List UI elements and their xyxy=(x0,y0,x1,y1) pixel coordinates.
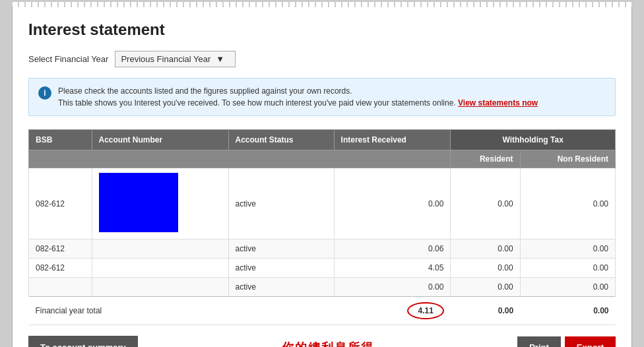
redacted-block xyxy=(99,173,178,232)
table-header-sub: Resident Non Resident xyxy=(29,150,616,168)
info-icon: i xyxy=(38,86,51,100)
account-cell xyxy=(92,259,228,278)
col-interest-header: Interest Received xyxy=(334,130,451,150)
financial-year-select[interactable]: Previous Financial Year ▼ xyxy=(115,51,236,67)
non-resident-cell: 0.00 xyxy=(520,259,615,278)
non-resident-cell: 0.00 xyxy=(520,168,615,239)
bsb-cell: 082-612 xyxy=(29,168,92,239)
info-text-line2: This table shows you Interest you've rec… xyxy=(58,98,456,108)
status-cell: active xyxy=(228,259,334,278)
info-box: i Please check the accounts listed and t… xyxy=(28,78,616,116)
total-resident-value: 0.00 xyxy=(451,297,520,325)
bsb-cell xyxy=(29,278,92,297)
total-spacer xyxy=(228,297,334,325)
export-button[interactable]: Export xyxy=(565,336,616,347)
table-row: 082-612 active 4.05 0.00 0.00 xyxy=(29,259,616,278)
table-row: 082-612 active 0.00 0.00 0.00 xyxy=(29,168,616,239)
table-row: active 0.00 0.00 0.00 xyxy=(29,278,616,297)
total-row: Financial year total 4.11 0.00 0.00 xyxy=(29,297,616,325)
page-container: Interest statement Select Financial Year… xyxy=(12,7,632,347)
account-cell xyxy=(92,239,228,259)
sub-spacer xyxy=(29,150,451,168)
bsb-cell: 082-612 xyxy=(29,259,92,278)
info-text-line1: Please check the accounts listed and the… xyxy=(58,86,352,96)
non-resident-cell: 0.00 xyxy=(520,239,615,259)
total-label: Financial year total xyxy=(29,297,229,325)
interest-table: BSB Account Number Account Status Intere… xyxy=(28,129,616,325)
resident-cell: 0.00 xyxy=(451,168,520,239)
footer: To account summary 你的總利息所得 Print Export xyxy=(28,336,616,347)
footer-buttons: Print Export xyxy=(517,336,616,347)
non-resident-cell: 0.00 xyxy=(520,278,615,297)
select-value: Previous Financial Year xyxy=(121,54,210,64)
print-button[interactable]: Print xyxy=(517,336,561,347)
status-cell: active xyxy=(228,239,334,259)
table-body: 082-612 active 0.00 0.00 0.00 082-612 ac… xyxy=(29,168,616,325)
bsb-cell: 082-612 xyxy=(29,239,92,259)
info-text: Please check the accounts listed and the… xyxy=(58,85,538,109)
col-status-header: Account Status xyxy=(228,130,334,150)
resident-cell: 0.00 xyxy=(451,278,520,297)
table-header-top: BSB Account Number Account Status Intere… xyxy=(29,130,616,150)
resident-cell: 0.00 xyxy=(451,259,520,278)
total-circle: 4.11 xyxy=(407,302,443,319)
col-account-header: Account Number xyxy=(92,130,228,150)
interest-cell: 0.00 xyxy=(334,278,451,297)
status-cell: active xyxy=(228,278,334,297)
col-bsb-header: BSB xyxy=(29,130,92,150)
account-cell xyxy=(92,168,228,239)
resident-cell: 0.00 xyxy=(451,239,520,259)
col-resident-header: Resident xyxy=(451,150,520,168)
view-statements-link[interactable]: View statements now xyxy=(458,98,538,108)
watermark-text: 你的總利息所得 xyxy=(282,340,374,348)
interest-cell: 0.06 xyxy=(334,239,451,259)
interest-cell: 4.05 xyxy=(334,259,451,278)
col-withholding-header: Withholding Tax xyxy=(451,130,616,150)
interest-cell: 0.00 xyxy=(334,168,451,239)
col-non-resident-header: Non Resident xyxy=(520,150,615,168)
chevron-down-icon: ▼ xyxy=(216,54,224,64)
page-title: Interest statement xyxy=(28,20,616,39)
account-summary-button[interactable]: To account summary xyxy=(28,336,138,347)
status-cell: active xyxy=(228,168,334,239)
financial-year-row: Select Financial Year Previous Financial… xyxy=(28,51,616,67)
total-interest-value: 4.11 xyxy=(334,297,451,325)
table-row: 082-612 active 0.06 0.00 0.00 xyxy=(29,239,616,259)
total-non-resident-value: 0.00 xyxy=(520,297,615,325)
account-cell xyxy=(92,278,228,297)
select-label: Select Financial Year xyxy=(28,54,108,64)
